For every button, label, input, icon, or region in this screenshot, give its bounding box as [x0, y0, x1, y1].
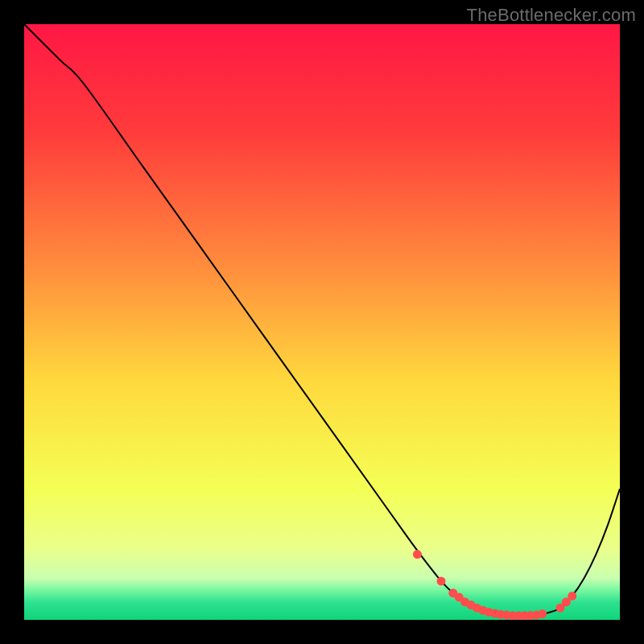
chart-stage: TheBottlenecker.com [0, 0, 644, 644]
highlight-dot [413, 550, 422, 559]
highlight-dot [437, 576, 446, 585]
highlight-dot [538, 609, 547, 618]
curve-layer [24, 24, 620, 620]
highlight-dots [413, 550, 576, 620]
highlight-dot [568, 592, 576, 601]
watermark-label: TheBottlenecker.com [467, 5, 636, 26]
bottleneck-curve [24, 24, 620, 616]
plot-area [24, 24, 620, 620]
